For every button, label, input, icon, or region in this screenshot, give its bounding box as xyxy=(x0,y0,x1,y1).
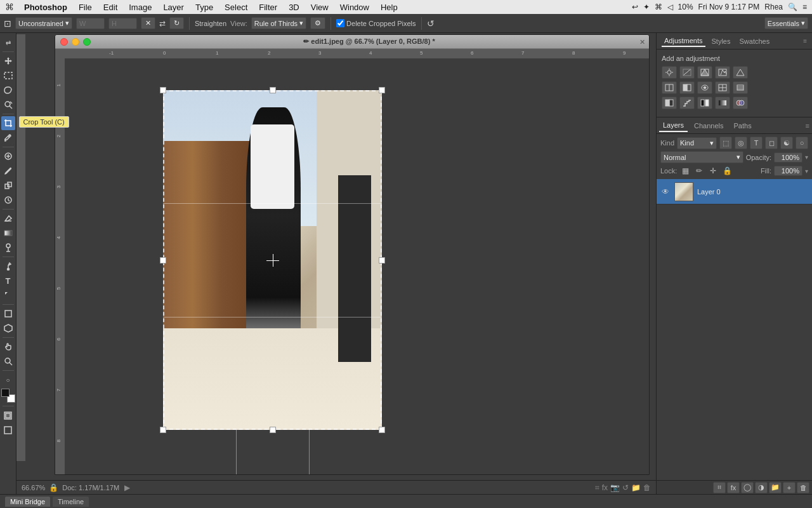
adj-invert[interactable] xyxy=(662,97,677,109)
camera-icon[interactable]: 📷 xyxy=(610,483,620,492)
workspace-dropdown[interactable]: Essentials ▾ xyxy=(764,17,808,29)
menu-select[interactable]: Select xyxy=(219,1,252,13)
link-layers-btn[interactable]: ⌗ xyxy=(713,482,726,493)
tool-eraser[interactable] xyxy=(1,211,15,225)
adj-color-balance[interactable] xyxy=(662,81,677,94)
adj-curves[interactable] xyxy=(679,66,695,79)
crop-handle-top-left[interactable] xyxy=(160,87,166,93)
blend-mode-dropdown[interactable]: Normal▾ xyxy=(660,151,743,163)
menu-layer[interactable]: Layer xyxy=(158,1,189,13)
menu-edit[interactable]: Edit xyxy=(98,1,122,13)
menu-icon[interactable]: ≡ xyxy=(802,3,807,11)
group-btn[interactable]: 📁 xyxy=(769,482,782,493)
tool-gradient[interactable] xyxy=(1,226,15,240)
color-swatches[interactable] xyxy=(1,389,15,403)
tools-toggle[interactable]: ⇄ xyxy=(1,36,15,50)
close-window-button[interactable] xyxy=(60,38,68,46)
lock-transparent-btn[interactable]: ▦ xyxy=(679,165,691,177)
new-layer-btn[interactable]: + xyxy=(783,482,796,493)
tool-healing[interactable] xyxy=(1,149,15,163)
menu-filter[interactable]: Filter xyxy=(254,1,282,13)
settings-button[interactable]: ⚙ xyxy=(310,17,325,29)
height-input[interactable] xyxy=(108,18,137,29)
trash-icon[interactable]: 🗑 xyxy=(643,483,651,492)
minimize-window-button[interactable] xyxy=(72,38,79,46)
lock-pixels-btn[interactable]: ✏ xyxy=(693,165,705,177)
fx-icon[interactable]: fx xyxy=(602,483,608,492)
tab-layers[interactable]: Layers xyxy=(659,119,688,132)
tab-mini-bridge[interactable]: Mini Bridge xyxy=(5,497,50,507)
tool-3d[interactable] xyxy=(1,321,15,335)
layer-filter-shape[interactable]: ◻ xyxy=(765,137,778,149)
menu-view[interactable]: View xyxy=(306,1,334,13)
swap-icon[interactable]: ⇄ xyxy=(159,19,166,28)
adj-bw[interactable] xyxy=(679,81,695,94)
rotate-button[interactable]: ↻ xyxy=(169,17,184,29)
adj-posterize[interactable] xyxy=(679,97,695,109)
tool-lasso[interactable] xyxy=(1,83,15,97)
tab-timeline[interactable]: Timeline xyxy=(53,497,89,507)
crop-handle-bottom-mid[interactable] xyxy=(270,427,276,433)
tool-type[interactable]: T xyxy=(1,274,15,288)
menu-image[interactable]: Image xyxy=(124,1,157,13)
reset-button[interactable]: ↺ xyxy=(427,18,435,29)
tool-eyedropper[interactable] xyxy=(1,131,15,145)
layer-item-0[interactable]: 👁 Layer 0 xyxy=(657,179,812,204)
tool-clone[interactable] xyxy=(1,178,15,192)
delete-cropped-checkbox[interactable]: Delete Cropped Pixels xyxy=(336,19,416,27)
menu-help[interactable]: Help xyxy=(376,1,403,13)
adj-layer-btn[interactable]: ◑ xyxy=(755,482,768,493)
adj-exposure[interactable] xyxy=(697,66,712,79)
menu-window[interactable]: Window xyxy=(335,1,374,13)
layer-filter-toggle[interactable]: ○ xyxy=(796,137,808,149)
crop-handle-bottom-left[interactable] xyxy=(160,427,166,433)
constraint-dropdown[interactable]: Unconstrained ▾ xyxy=(15,17,72,29)
canvas-background[interactable] xyxy=(65,58,649,474)
delete-layer-btn[interactable]: 🗑 xyxy=(797,482,809,493)
menu-file[interactable]: File xyxy=(74,1,97,13)
view-dropdown[interactable]: Rule of Thirds ▾ xyxy=(251,17,306,29)
menu-3d[interactable]: 3D xyxy=(284,1,304,13)
tab-adjustments[interactable]: Adjustments xyxy=(662,36,705,47)
folder-icon[interactable]: 📁 xyxy=(631,483,641,492)
apple-icon[interactable]: ⌘ xyxy=(5,2,14,12)
tab-swatches[interactable]: Swatches xyxy=(737,36,773,46)
tool-zoom[interactable] xyxy=(1,354,15,368)
tool-brush[interactable] xyxy=(1,164,15,178)
menu-photoshop[interactable]: Photoshop xyxy=(19,1,72,13)
crop-handle-top-mid[interactable] xyxy=(270,87,276,93)
search-icon[interactable]: 🔍 xyxy=(788,3,797,11)
tool-pen[interactable] xyxy=(1,259,15,273)
kind-dropdown[interactable]: Kind▾ xyxy=(677,137,717,149)
tool-history[interactable] xyxy=(1,193,15,207)
adj-vibrance[interactable] xyxy=(715,66,730,79)
tab-channels[interactable]: Channels xyxy=(690,120,727,131)
opacity-input[interactable] xyxy=(774,152,802,163)
clear-values-button[interactable]: ✕ xyxy=(141,17,155,29)
adj-gradient-map[interactable] xyxy=(715,97,730,109)
canvas-image[interactable] xyxy=(163,90,382,430)
crop-handle-mid-left[interactable] xyxy=(160,257,166,264)
tab-paths[interactable]: Paths xyxy=(730,120,756,131)
adj-brightness[interactable] xyxy=(662,66,677,79)
layer-filter-pixel[interactable]: ⬚ xyxy=(719,137,732,149)
layer-filter-type[interactable]: T xyxy=(750,137,763,149)
rotate-icon[interactable]: ↺ xyxy=(622,483,629,492)
adj-channel-mixer[interactable] xyxy=(715,81,730,94)
layer-filter-smart[interactable]: ☯ xyxy=(780,137,793,149)
adj-color-lookup[interactable] xyxy=(733,81,748,94)
link-icon[interactable]: ⌗ xyxy=(595,483,599,492)
adj-photo-filter[interactable] xyxy=(697,81,712,94)
adj-threshold[interactable] xyxy=(697,97,712,109)
layer-styles-btn[interactable]: fx xyxy=(727,482,740,493)
adj-hsl[interactable] xyxy=(733,66,748,79)
lock-position-btn[interactable]: ✛ xyxy=(707,165,719,177)
quick-mask-icon[interactable]: ○ xyxy=(1,373,15,387)
tool-crop[interactable]: Crop Tool (C) xyxy=(1,116,15,130)
tool-path-select[interactable] xyxy=(1,288,15,302)
tool-dodge[interactable] xyxy=(1,241,15,255)
tab-styles[interactable]: Styles xyxy=(709,36,733,46)
artboard-button[interactable] xyxy=(1,423,15,437)
screen-mode-button[interactable] xyxy=(1,408,15,422)
fill-input[interactable] xyxy=(774,166,802,176)
